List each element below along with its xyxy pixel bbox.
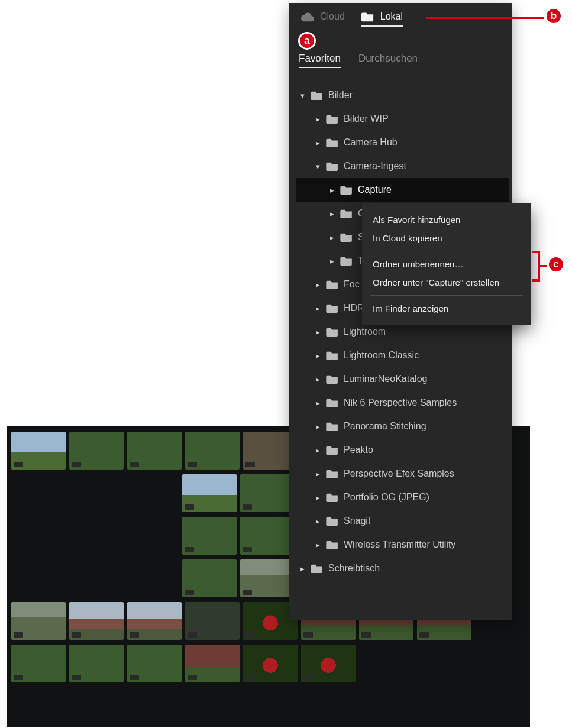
tree-item-label: Wireless Transmitter Utility [344, 539, 455, 550]
thumb[interactable] [69, 602, 124, 640]
ctx-label: Im Finder anzeigen [373, 303, 448, 313]
thumb[interactable] [185, 645, 240, 682]
tree-item-persp[interactable]: ▸Perspective Efex Samples [296, 462, 509, 486]
thumb[interactable] [182, 517, 237, 555]
callout-label: a [304, 35, 309, 47]
folder-icon [326, 445, 339, 455]
tree-item-label: Perspective Efex Samples [344, 468, 454, 479]
tree-item-label: Foc [344, 279, 360, 290]
thumb[interactable] [243, 645, 298, 682]
thumb[interactable] [11, 602, 66, 640]
tree-item-pano[interactable]: ▸Panorama Stitching [296, 415, 509, 438]
tree-item-root2[interactable]: ▸Schreibtisch [296, 556, 509, 580]
thumb[interactable] [11, 432, 66, 470]
chevron-right-icon[interactable]: ▸ [313, 470, 322, 478]
tree-item-label: Bilder WIP [344, 114, 389, 124]
subtab-favoriten[interactable]: Favoriten [299, 53, 341, 64]
chevron-right-icon[interactable]: ▸ [313, 399, 322, 407]
tree-item-bilder_wip[interactable]: ▸Bilder WIP [296, 107, 509, 131]
thumb[interactable] [127, 602, 182, 640]
tree-item-lumin[interactable]: ▸LuminarNeoKatalog [296, 367, 509, 391]
tree-item-camera_ingest[interactable]: ▾Camera-Ingest [296, 154, 509, 178]
thumb[interactable] [185, 432, 240, 470]
folder-icon [340, 209, 353, 218]
tree-item-label: Schreibtisch [328, 563, 380, 574]
chevron-right-icon[interactable]: ▸ [313, 517, 322, 526]
ctx-show-finder[interactable]: Im Finder anzeigen [362, 299, 531, 318]
subtab-durchsuchen-label: Durchsuchen [358, 53, 418, 64]
ctx-label: Als Favorit hinzufügen [373, 215, 460, 225]
tree-item-capture[interactable]: ▸Capture [296, 178, 509, 202]
chevron-right-icon[interactable]: ▸ [313, 422, 322, 431]
thumb[interactable] [240, 559, 295, 597]
folder-icon [326, 114, 339, 124]
folder-icon [326, 138, 339, 147]
tab-cloud[interactable]: Cloud [301, 11, 345, 22]
ctx-add-favorite[interactable]: Als Favorit hinzufügen [362, 211, 531, 229]
thumb[interactable] [301, 645, 356, 682]
ctx-separator [370, 251, 523, 251]
tree-item-peakto[interactable]: ▸Peakto [296, 438, 509, 462]
chevron-right-icon[interactable]: ▸ [313, 541, 322, 549]
tree-item-label: Snagit [344, 516, 370, 526]
tree-item-root1[interactable]: ▾Bilder [296, 83, 509, 107]
ctx-copy-cloud[interactable]: In Cloud kopieren [362, 229, 531, 247]
chevron-right-icon[interactable]: ▸ [327, 186, 337, 195]
ctx-rename[interactable]: Ordner umbenennen… [362, 255, 531, 273]
tree-item-portf[interactable]: ▸Portfolio OG (JPEG) [296, 486, 509, 509]
callout-c: c [547, 255, 565, 273]
sub-tabs: Favoriten Durchsuchen [289, 28, 512, 69]
chevron-right-icon[interactable]: ▸ [327, 233, 337, 242]
thumb[interactable] [127, 645, 182, 682]
tree-item-label: LuminarNeoKatalog [344, 374, 427, 384]
chevron-right-icon[interactable]: ▸ [313, 446, 322, 455]
thumb[interactable] [69, 432, 124, 470]
tree-item-nik[interactable]: ▸Nik 6 Perspective Samples [296, 391, 509, 415]
tree-item-snag[interactable]: ▸Snagit [296, 509, 509, 533]
tree-item-label: Lightroom Classic [344, 350, 419, 361]
folder-icon [326, 161, 339, 171]
tree-item-label: Camera Hub [344, 137, 398, 148]
folder-icon [326, 422, 339, 431]
chevron-right-icon[interactable]: ▸ [313, 138, 322, 147]
thumb[interactable] [240, 517, 295, 555]
chevron-right-icon[interactable]: ▸ [313, 328, 322, 337]
chevron-right-icon[interactable]: ▸ [313, 375, 322, 384]
folder-icon [326, 374, 339, 384]
thumb[interactable] [240, 474, 295, 512]
thumb[interactable] [182, 559, 237, 597]
thumb[interactable] [11, 645, 66, 682]
callout-label: c [553, 258, 558, 270]
thumb[interactable] [127, 432, 182, 470]
ctx-separator [370, 295, 523, 296]
chevron-right-icon[interactable]: ▸ [313, 304, 322, 313]
chevron-right-icon[interactable]: ▸ [327, 209, 337, 218]
thumb[interactable] [185, 602, 240, 640]
tree-item-wtu[interactable]: ▸Wireless Transmitter Utility [296, 533, 509, 556]
chevron-right-icon[interactable]: ▸ [313, 493, 322, 502]
chevron-down-icon[interactable]: ▾ [298, 91, 307, 100]
folder-icon [326, 280, 339, 289]
tree-item-lrc[interactable]: ▸Lightroom Classic [296, 344, 509, 367]
tree-item-label: Capture [358, 185, 392, 195]
tree-item-label: Peakto [344, 445, 373, 455]
callout-bracket [532, 251, 540, 282]
thumb[interactable] [69, 645, 124, 682]
chevron-right-icon[interactable]: ▸ [313, 115, 322, 124]
thumb[interactable] [182, 474, 237, 512]
folder-icon [361, 11, 374, 22]
chevron-right-icon[interactable]: ▸ [298, 564, 307, 573]
chevron-right-icon[interactable]: ▸ [313, 351, 322, 360]
ctx-create-under[interactable]: Ordner unter "Capture" erstellen [362, 273, 531, 292]
callout-line [540, 265, 547, 267]
ctx-label: Ordner unter "Capture" erstellen [373, 277, 499, 287]
chevron-right-icon[interactable]: ▸ [313, 280, 322, 289]
subtab-durchsuchen[interactable]: Durchsuchen [358, 53, 418, 64]
chevron-right-icon[interactable]: ▸ [327, 257, 337, 266]
callout-line [426, 17, 544, 19]
cloud-icon [301, 11, 314, 22]
folder-icon [340, 232, 353, 242]
tab-lokal[interactable]: Lokal [361, 11, 403, 22]
tree-item-camera_hub[interactable]: ▸Camera Hub [296, 131, 509, 154]
chevron-down-icon[interactable]: ▾ [313, 162, 322, 171]
